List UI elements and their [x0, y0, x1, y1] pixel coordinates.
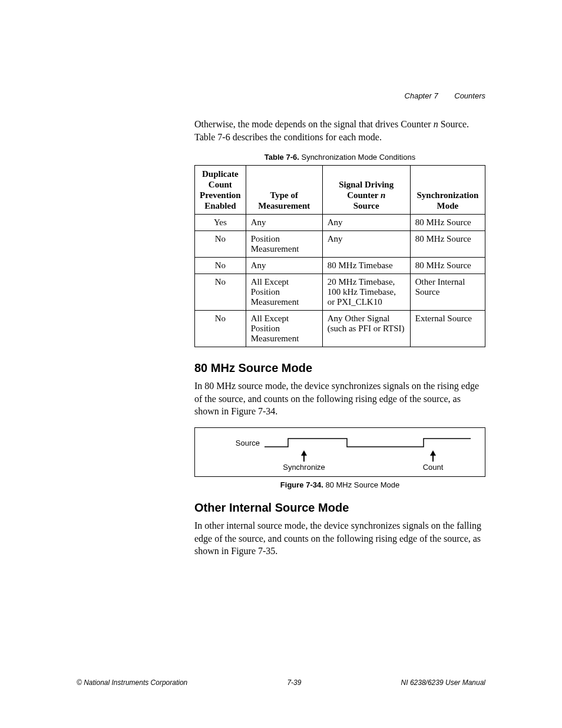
cell: 80 MHz Timebase: [322, 258, 410, 274]
table-caption-text: Synchronization Mode Conditions: [299, 153, 415, 162]
content-column: Otherwise, the mode depends on the signa…: [194, 118, 485, 558]
cell: Any: [246, 258, 322, 274]
section-heading-80mhz: 80 MHz Source Mode: [194, 361, 485, 375]
cell: Any Other Signal (such as PFI or RTSI): [322, 311, 410, 347]
table-row: Yes Any Any 80 MHz Source: [195, 215, 485, 231]
table-row: No Any 80 MHz Timebase 80 MHz Source: [195, 258, 485, 274]
cell: No: [195, 231, 246, 258]
footer-left: © National Instruments Corporation: [77, 678, 187, 687]
source-waveform-icon: [265, 436, 473, 450]
table-caption: Table 7-6. Synchronization Mode Conditio…: [194, 153, 485, 162]
cell: All Except Position Measurement: [246, 311, 322, 347]
section-para-80mhz: In 80 MHz source mode, the device synchr…: [194, 380, 485, 418]
cell: Position Measurement: [246, 231, 322, 258]
table-row: No All Except Position Measurement Any O…: [195, 311, 485, 347]
header-chapter: Chapter 7: [405, 91, 438, 100]
intro-text-pre: Otherwise, the mode depends on the signa…: [194, 119, 434, 129]
intro-paragraph: Otherwise, the mode depends on the signa…: [194, 118, 485, 143]
cell: No: [195, 258, 246, 274]
section-para-other-internal: In other internal source mode, the devic…: [194, 519, 485, 558]
page: Chapter 7 Counters Otherwise, the mode d…: [0, 0, 562, 728]
figure-arrow-row: Synchronize Count: [265, 450, 473, 472]
cell: 80 MHz Source: [410, 231, 485, 258]
cell: Other Internal Source: [410, 274, 485, 311]
cell: Any: [322, 231, 410, 258]
arrow-up-icon: [301, 450, 307, 456]
figure-caption-text: 80 MHz Source Mode: [323, 480, 399, 489]
cell: Any: [322, 215, 410, 231]
arrow-stem-icon: [432, 456, 434, 462]
th-signal: Signal Driving Counter n Source: [322, 166, 410, 215]
cell: Any: [246, 215, 322, 231]
sync-label: Synchronize: [283, 463, 325, 472]
header-title: Counters: [454, 91, 485, 100]
sync-mode-table: Duplicate Count Prevention Enabled Type …: [194, 165, 485, 347]
count-label: Count: [423, 463, 444, 472]
sync-arrow: Synchronize: [277, 450, 330, 472]
th-type: Type of Measurement: [246, 166, 322, 215]
figure-caption-number: Figure 7-34.: [280, 480, 323, 489]
cell: All Except Position Measurement: [246, 274, 322, 311]
cell: Yes: [195, 215, 246, 231]
cell: External Source: [410, 311, 485, 347]
page-header: Chapter 7 Counters: [405, 91, 485, 100]
arrow-stem-icon: [303, 456, 305, 462]
table-caption-number: Table 7-6.: [265, 153, 299, 162]
figure-signal-row: Source: [207, 436, 473, 450]
table-row: No Position Measurement Any 80 MHz Sourc…: [195, 231, 485, 258]
page-footer: © National Instruments Corporation 7-39 …: [77, 678, 485, 687]
figure-caption: Figure 7-34. 80 MHz Source Mode: [194, 480, 485, 489]
th-mode: Synchronization Mode: [410, 166, 485, 215]
cell: No: [195, 311, 246, 347]
cell: 20 MHz Timebase, 100 kHz Timebase, or PX…: [322, 274, 410, 311]
cell: 80 MHz Source: [410, 258, 485, 274]
table-row: No All Except Position Measurement 20 MH…: [195, 274, 485, 311]
cell: 80 MHz Source: [410, 215, 485, 231]
footer-right: NI 6238/6239 User Manual: [401, 678, 485, 687]
count-arrow: Count: [415, 450, 451, 472]
figure-source-label: Source: [207, 439, 265, 447]
figure-7-34: Source Synchronize Count: [194, 427, 485, 477]
th-duplicate: Duplicate Count Prevention Enabled: [195, 166, 246, 215]
arrow-up-icon: [430, 450, 436, 456]
section-heading-other-internal: Other Internal Source Mode: [194, 501, 485, 515]
footer-page-number: 7-39: [287, 678, 301, 687]
table-header-row: Duplicate Count Prevention Enabled Type …: [195, 166, 485, 215]
counter-variable: n: [434, 119, 438, 129]
cell: No: [195, 274, 246, 311]
